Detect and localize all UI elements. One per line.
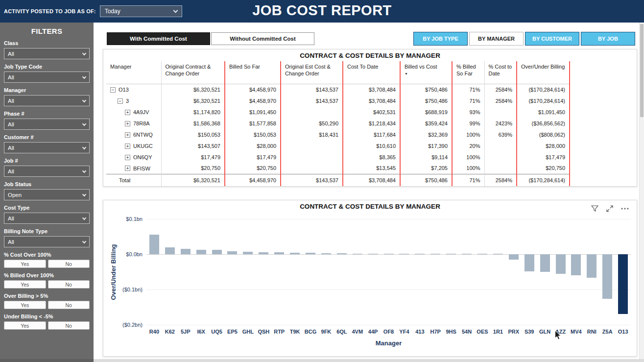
value-cell: $10,610 [343, 140, 400, 151]
gridline [146, 325, 631, 325]
filter-dropdown-customer[interactable]: All [4, 142, 90, 153]
y-axis-tick-label: ($0.1bn) [115, 287, 143, 292]
filter-group-manager: ManagerAll [4, 87, 90, 106]
bar-9fk[interactable] [321, 253, 331, 254]
vertical-scrollbar[interactable] [639, 23, 644, 359]
bar-44p[interactable] [368, 254, 378, 254]
bar-prx[interactable] [509, 254, 519, 260]
bar-s39[interactable] [525, 254, 534, 271]
bar-ghl[interactable] [243, 252, 253, 254]
no-button-billed-over-100[interactable]: No [48, 280, 90, 289]
bar-azz[interactable] [556, 254, 566, 274]
no-button-cost-over-100[interactable]: No [48, 260, 90, 268]
column-header-manager[interactable]: Manager [106, 61, 161, 84]
expand-icon[interactable]: + [125, 132, 130, 138]
vertical-scrollbar-thumb[interactable] [640, 24, 644, 117]
bar-rni[interactable] [587, 254, 596, 278]
bar-gln[interactable] [540, 254, 550, 272]
bar-o13[interactable] [618, 254, 628, 314]
view-tab-by-customer[interactable]: BY CUSTOMER [525, 32, 579, 46]
bar-4vm[interactable] [353, 254, 362, 254]
bar-yf4[interactable] [399, 254, 409, 254]
toggle-group-over-billing-5: Over Billing > 5%YesNo [4, 293, 90, 309]
no-button-under-billing-5[interactable]: No [48, 321, 90, 330]
yes-button-billed-over-100[interactable]: Yes [4, 280, 46, 289]
yes-button-under-billing-5[interactable]: Yes [4, 321, 46, 330]
dropdown-value: All [8, 169, 14, 174]
bar-h7p[interactable] [430, 254, 440, 254]
yes-button-cost-over-100[interactable]: Yes [4, 260, 46, 268]
focus-mode-icon[interactable] [606, 205, 613, 212]
column-header-original-contract-change-order[interactable]: Original Contract & Change Order [161, 61, 225, 84]
bar-6ql[interactable] [337, 253, 347, 254]
bar-oes[interactable] [477, 254, 487, 254]
filter-label-cost-type: Cost Type [4, 205, 90, 211]
filter-group-cost-type: Cost TypeAll [4, 205, 90, 224]
collapse-icon[interactable]: − [110, 87, 116, 93]
value-cell: $1,577,858 [225, 118, 281, 129]
filter-dropdown-job-type-code[interactable]: All [4, 72, 90, 83]
committed-toggle-with-committed-cost[interactable]: With Committed Cost [107, 32, 210, 45]
view-tab-by-manager[interactable]: BY MANAGER [469, 32, 524, 46]
value-cell: $4,458,970 [225, 95, 281, 106]
bar-uq5[interactable] [212, 250, 222, 254]
bar-9hs[interactable] [446, 254, 456, 254]
bar-r40[interactable] [149, 235, 159, 254]
filter-dropdown-cost-type[interactable]: All [4, 213, 90, 224]
column-header-cost-to-date[interactable]: Cost To Date [343, 61, 400, 84]
column-header-billed-vs-cost[interactable]: Billed vs Cost▼ [400, 61, 452, 84]
horizontal-scrollbar-thumb[interactable] [0, 359, 94, 362]
committed-toggle-without-committed-cost[interactable]: Without Committed Cost [211, 32, 314, 45]
value-cell: $20,750 [517, 163, 570, 174]
yes-button-over-billing-5[interactable]: Yes [4, 301, 46, 309]
bar-413[interactable] [415, 254, 425, 254]
expand-icon[interactable]: + [125, 144, 130, 149]
bar-t9k[interactable] [290, 253, 300, 254]
bar-5jp[interactable] [181, 249, 191, 254]
table-row: +78R8A$1,586,368$1,577,858$50,290$1,218,… [106, 118, 570, 129]
bar-rtp[interactable] [274, 252, 284, 254]
activity-date-dropdown[interactable]: Today [100, 5, 182, 17]
expand-icon[interactable]: + [125, 110, 130, 115]
x-axis-label-bcg: BCG [303, 329, 318, 335]
value-cell: $143,537 [281, 174, 343, 186]
column-header-billed-so-far[interactable]: % Billed So Far [452, 61, 484, 84]
bar-54n[interactable] [462, 254, 472, 254]
bar-i6x[interactable] [196, 250, 206, 254]
filter-dropdown-manager[interactable]: All [4, 95, 90, 106]
no-button-over-billing-5[interactable]: No [48, 301, 90, 309]
bar-of8[interactable] [384, 254, 394, 254]
bar-1r1[interactable] [493, 254, 503, 254]
column-header-cost-to-date[interactable]: % Cost to Date [484, 61, 517, 84]
dropdown-value: All [8, 145, 14, 151]
more-options-icon[interactable] [621, 208, 629, 210]
bar-mv4[interactable] [571, 254, 581, 275]
filter-dropdown-billing-note-type[interactable]: All [4, 236, 90, 247]
value-cell: $1,218,434 [343, 118, 400, 129]
value-cell: 2584% [484, 95, 517, 106]
x-axis-label-k62: K62 [162, 329, 178, 335]
expand-icon[interactable]: + [125, 155, 130, 160]
expand-icon[interactable]: + [125, 166, 130, 171]
filter-dropdown-job[interactable]: All [4, 166, 90, 177]
cost-table: ManagerOriginal Contract & Change OrderB… [106, 61, 570, 186]
filter-icon[interactable] [591, 205, 598, 212]
filter-dropdown-job-status[interactable]: Open [4, 189, 90, 200]
bar-bcg[interactable] [306, 253, 315, 254]
column-header-over-under-billing[interactable]: Over/Under Billing [517, 61, 570, 84]
horizontal-scrollbar[interactable] [0, 359, 644, 362]
bar-k62[interactable] [165, 247, 175, 254]
value-cell: $359,424 [400, 118, 452, 129]
value-cell: 71% [452, 95, 484, 106]
column-header-original-est-cost-change-order[interactable]: Original Est Cost & Change Order [281, 61, 343, 84]
column-header-billed-so-far[interactable]: Billed So Far [225, 61, 281, 84]
bar-ep5[interactable] [227, 251, 237, 254]
bar-qsh[interactable] [259, 252, 268, 254]
filter-dropdown-phase[interactable]: All [4, 119, 90, 130]
view-tab-by-job[interactable]: BY JOB [581, 32, 635, 46]
expand-icon[interactable]: + [125, 121, 130, 126]
collapse-icon[interactable]: − [118, 98, 123, 104]
view-tab-by-job-type[interactable]: BY JOB TYPE [413, 32, 468, 46]
filter-dropdown-class[interactable]: All [4, 48, 90, 59]
bar-z5a[interactable] [602, 254, 612, 299]
